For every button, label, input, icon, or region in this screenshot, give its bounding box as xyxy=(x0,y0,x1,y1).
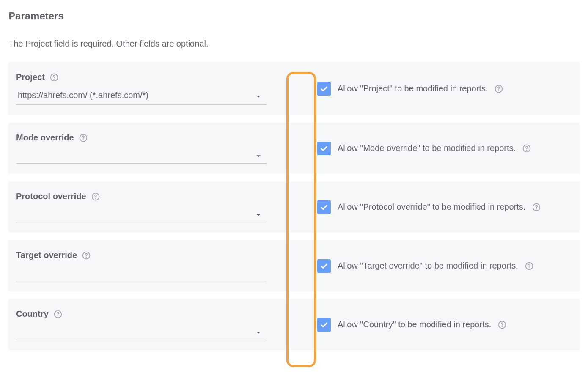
field-input-wrap xyxy=(16,266,267,281)
field-label-mode-override: Mode override xyxy=(16,133,74,143)
param-row-protocol-override: Protocol overrideAllow "Protocol overrid… xyxy=(8,181,580,233)
param-left: Target override xyxy=(8,240,279,291)
field-input-wrap xyxy=(16,148,267,164)
allow-modify-checkbox-project[interactable] xyxy=(317,82,331,96)
help-icon[interactable] xyxy=(525,262,533,270)
param-right: Allow "Target override" to be modified i… xyxy=(279,240,580,291)
field-label-target-override: Target override xyxy=(16,250,77,260)
label-row: Target override xyxy=(16,250,279,260)
allow-modify-checkbox-target-override[interactable] xyxy=(317,259,331,273)
field-input-wrap: https://ahrefs.com/ (*.ahrefs.com/*) xyxy=(16,88,267,105)
label-row: Mode override xyxy=(16,133,279,143)
allow-modify-checkbox-protocol-override[interactable] xyxy=(317,200,331,214)
chevron-down-icon[interactable] xyxy=(254,92,263,101)
country-input[interactable] xyxy=(16,325,267,340)
param-right: Allow "Mode override" to be modified in … xyxy=(279,123,580,174)
param-left: Country xyxy=(8,299,279,350)
help-icon[interactable] xyxy=(495,85,503,93)
help-icon[interactable] xyxy=(498,321,506,329)
param-right: Allow "Protocol override" to be modified… xyxy=(279,181,580,233)
parameters-panel: Parameters The Project field is required… xyxy=(8,10,580,350)
allow-modify-label: Allow "Protocol override" to be modified… xyxy=(338,202,525,212)
param-row-mode-override: Mode overrideAllow "Mode override" to be… xyxy=(8,123,580,174)
mode-override-input[interactable] xyxy=(16,148,267,164)
allow-modify-label: Allow "Mode override" to be modified in … xyxy=(338,143,516,153)
section-description: The Project field is required. Other fie… xyxy=(8,39,580,49)
label-row: Protocol override xyxy=(16,192,279,201)
param-row-country: CountryAllow "Country" to be modified in… xyxy=(8,299,580,350)
allow-modify-label: Allow "Country" to be modified in report… xyxy=(338,320,491,329)
protocol-override-input[interactable] xyxy=(16,207,267,222)
chevron-down-icon[interactable] xyxy=(254,151,263,161)
help-icon[interactable] xyxy=(91,192,100,201)
field-label-protocol-override: Protocol override xyxy=(16,192,86,201)
field-input-wrap xyxy=(16,325,267,340)
chevron-down-icon[interactable] xyxy=(254,328,263,337)
project-input[interactable]: https://ahrefs.com/ (*.ahrefs.com/*) xyxy=(16,88,267,105)
allow-modify-label: Allow "Project" to be modified in report… xyxy=(338,84,488,93)
label-row: Project xyxy=(16,72,279,82)
target-override-input[interactable] xyxy=(16,266,267,281)
allow-modify-checkbox-country[interactable] xyxy=(317,318,331,332)
help-icon[interactable] xyxy=(79,134,88,142)
help-icon[interactable] xyxy=(50,73,58,82)
help-icon[interactable] xyxy=(522,144,531,153)
chevron-down-icon[interactable] xyxy=(254,210,263,219)
field-input-wrap xyxy=(16,207,267,222)
param-right: Allow "Project" to be modified in report… xyxy=(279,62,580,115)
section-title: Parameters xyxy=(8,10,580,22)
param-right: Allow "Country" to be modified in report… xyxy=(279,299,580,350)
field-label-country: Country xyxy=(16,309,49,319)
allow-modify-checkbox-mode-override[interactable] xyxy=(317,142,331,155)
help-icon[interactable] xyxy=(532,203,541,211)
param-left: Projecthttps://ahrefs.com/ (*.ahrefs.com… xyxy=(8,62,279,115)
help-icon[interactable] xyxy=(82,251,91,260)
param-left: Protocol override xyxy=(8,181,279,233)
label-row: Country xyxy=(16,309,279,319)
param-row-project: Projecthttps://ahrefs.com/ (*.ahrefs.com… xyxy=(8,62,580,115)
allow-modify-label: Allow "Target override" to be modified i… xyxy=(338,261,518,271)
field-label-project: Project xyxy=(16,72,45,82)
parameter-rows: Projecthttps://ahrefs.com/ (*.ahrefs.com… xyxy=(8,62,580,350)
help-icon[interactable] xyxy=(54,310,62,318)
param-left: Mode override xyxy=(8,123,279,174)
param-row-target-override: Target overrideAllow "Target override" t… xyxy=(8,240,580,291)
